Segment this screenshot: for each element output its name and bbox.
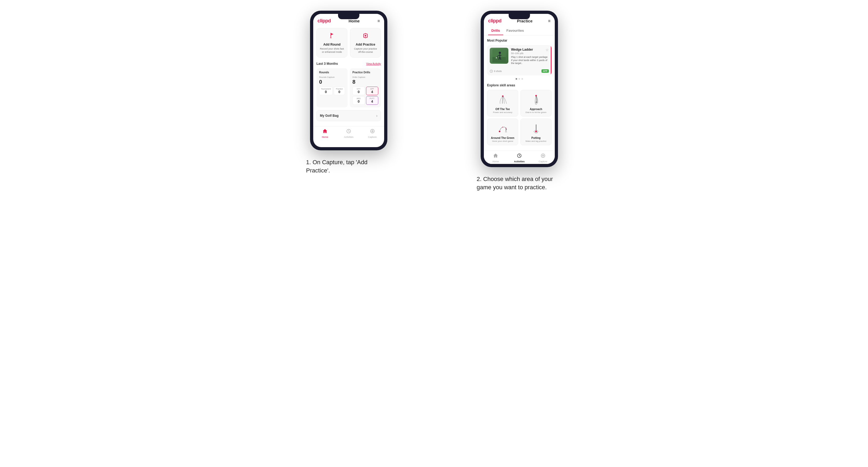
tournament-value: 0 <box>321 90 331 94</box>
shots-info: 9 shots <box>490 69 502 73</box>
arg-value: 0 <box>354 99 363 103</box>
tab-favourites[interactable]: Favourites <box>503 26 527 35</box>
rounds-capture-label: Rounds Capture <box>319 76 345 79</box>
arg-stat: ARG 0 <box>352 96 365 105</box>
add-round-icon <box>319 32 344 41</box>
phone-notch-1 <box>338 14 359 19</box>
featured-card[interactable]: ☆ <box>487 45 552 75</box>
svg-point-1 <box>330 38 332 38</box>
skill-card-putting[interactable]: Putting Make and lag practice <box>520 119 552 145</box>
ott-name: Off The Tee <box>490 108 515 111</box>
view-activity-link[interactable]: View Activity <box>366 62 381 65</box>
app-badge: APP <box>541 69 549 73</box>
svg-line-21 <box>491 71 492 72</box>
putt-label: PUTT <box>368 98 377 99</box>
phone-screen-1: clippd Home ≡ <box>313 14 384 147</box>
activities-nav-icon-2 <box>517 153 522 160</box>
add-practice-card[interactable]: Add Practice Capture your practice off-t… <box>350 28 381 58</box>
approach-desc: Dial-in to hit the green <box>523 111 549 114</box>
shots-badge: 9 shots <box>494 70 502 72</box>
rounds-col: Rounds Rounds Capture 0 Tournament 0 Pra… <box>316 68 348 107</box>
page-container: clippd Home ≡ <box>274 11 594 192</box>
svg-point-34 <box>535 131 537 132</box>
most-popular-title: Most Popular <box>487 39 552 42</box>
home-nav-label-2: Home <box>492 160 499 163</box>
home-content: Add Round Record your shots fast or enha… <box>313 26 384 123</box>
chevron-icon: › <box>376 114 377 118</box>
add-round-title: Add Round <box>319 43 344 46</box>
add-round-card[interactable]: Add Round Record your shots fast or enha… <box>316 28 347 58</box>
explore-title: Explore skill areas <box>487 84 552 87</box>
arg-label: ARG <box>354 98 363 99</box>
star-icon[interactable]: ☆ <box>546 48 549 52</box>
skill-card-approach[interactable]: Approach Dial-in to hit the green <box>520 90 552 117</box>
dot-1 <box>516 78 517 80</box>
svg-point-28 <box>502 127 503 128</box>
featured-footer: 9 shots APP <box>487 68 552 75</box>
bottom-nav-2: Home Activities Capture <box>484 151 555 164</box>
skill-card-ott[interactable]: Off The Tee Power and accuracy <box>487 90 518 117</box>
home-nav-label-1: Home <box>322 136 328 138</box>
tabs-row: Drills Favourites <box>484 26 555 35</box>
phone-section-2: clippd Practice ≡ Drills Favourites Most… <box>445 11 594 192</box>
svg-point-3 <box>365 35 366 36</box>
practice-label: Practice <box>336 88 343 90</box>
putting-name: Putting <box>523 136 549 139</box>
hamburger-icon-1[interactable]: ≡ <box>377 19 380 24</box>
ott-label: OTT <box>354 88 363 90</box>
rounds-sub-stats: Tournament 0 Practice 0 <box>319 87 345 95</box>
home-nav-icon-2 <box>493 153 498 160</box>
skill-card-atg[interactable]: Around The Green Hone your short game <box>487 119 518 145</box>
activities-nav-label-2: Activities <box>514 160 525 163</box>
drills-sub-stats: OTT 0 APP 4 ARG 0 <box>352 87 378 105</box>
approach-name: Approach <box>523 108 549 111</box>
skill-grid: Off The Tee Power and accuracy <box>487 90 552 145</box>
nav-capture-2[interactable]: Capture <box>531 153 555 163</box>
app-stat: APP 4 <box>366 87 378 95</box>
stats-grid: Rounds Rounds Capture 0 Tournament 0 Pra… <box>316 68 381 107</box>
ott-stat: OTT 0 <box>352 87 365 95</box>
capture-nav-label-2: Capture <box>539 160 547 163</box>
phone-screen-2: clippd Practice ≡ Drills Favourites Most… <box>484 14 555 164</box>
atg-name: Around The Green <box>490 136 515 139</box>
practice-stat: Practice 0 <box>334 87 345 95</box>
app-title-1: Home <box>348 19 360 23</box>
featured-thumb <box>490 48 508 64</box>
caption-2: 2. Choose which area of your game you wa… <box>477 175 562 192</box>
activities-nav-icon-1 <box>346 128 351 135</box>
tournament-stat: Tournament 0 <box>319 87 333 95</box>
svg-point-31 <box>505 132 507 132</box>
golf-bag-row[interactable]: My Golf Bag › <box>316 110 381 121</box>
tab-drills[interactable]: Drills <box>488 26 503 35</box>
home-nav-icon-1 <box>322 128 328 135</box>
golf-bag-label: My Golf Bag <box>320 114 339 118</box>
add-practice-desc: Capture your practice off-the-course <box>353 48 378 54</box>
rounds-title: Rounds <box>319 71 345 74</box>
svg-point-12 <box>499 52 501 54</box>
putt-stat: PUTT 4 <box>366 96 378 105</box>
ott-value: 0 <box>354 90 363 94</box>
nav-capture-1[interactable]: Capture <box>361 128 384 138</box>
approach-icon <box>523 93 549 106</box>
putting-desc: Make and lag practice <box>523 140 549 142</box>
drills-title: Practice Drills <box>352 71 378 74</box>
drills-col: Practice Drills Drills Capture 8 OTT 0 A… <box>350 68 381 107</box>
svg-point-18 <box>496 57 497 58</box>
add-practice-icon <box>353 32 378 41</box>
nav-home-1[interactable]: Home <box>313 128 337 138</box>
caption-1: 1. On Capture, tap 'Add Practice'. <box>306 158 391 175</box>
app-logo-2: clippd <box>488 18 501 24</box>
atg-icon <box>490 122 515 135</box>
pink-bar <box>551 45 552 75</box>
phone-frame-1: clippd Home ≡ <box>310 11 388 150</box>
nav-home-2[interactable]: Home <box>484 153 507 163</box>
dots-row <box>487 78 552 80</box>
rounds-capture-value: 0 <box>319 79 345 85</box>
hamburger-icon-2[interactable]: ≡ <box>548 19 551 24</box>
nav-activities-1[interactable]: Activities <box>337 128 361 138</box>
ott-desc: Power and accuracy <box>490 111 515 114</box>
action-cards: Add Round Record your shots fast or enha… <box>316 28 381 58</box>
nav-activities-2[interactable]: Activities <box>507 153 531 163</box>
atg-desc: Hone your short game <box>490 140 515 142</box>
phone-section-1: clippd Home ≡ <box>274 11 423 175</box>
